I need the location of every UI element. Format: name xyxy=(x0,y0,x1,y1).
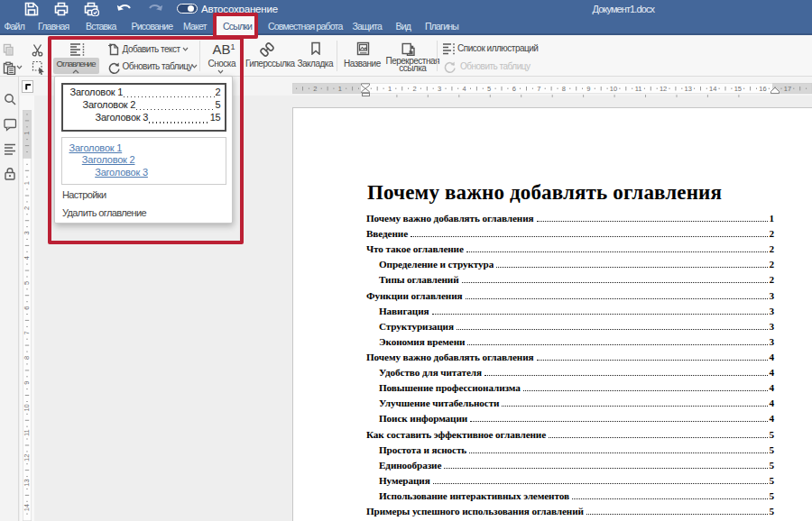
svg-text:1: 1 xyxy=(23,132,31,135)
svg-text:13: 13 xyxy=(23,479,31,486)
svg-text:12: 12 xyxy=(23,454,31,462)
svg-text:4: 4 xyxy=(463,85,466,93)
svg-text:16: 16 xyxy=(759,85,766,93)
svg-text:7: 7 xyxy=(537,85,540,93)
svg-text:12: 12 xyxy=(660,85,667,93)
svg-text:7: 7 xyxy=(23,331,31,334)
svg-text:4: 4 xyxy=(23,256,31,260)
svg-text:1: 1 xyxy=(23,181,31,185)
svg-text:10: 10 xyxy=(610,85,617,93)
svg-text:10: 10 xyxy=(23,404,31,411)
svg-text:2: 2 xyxy=(412,85,416,93)
svg-text:14: 14 xyxy=(23,504,31,511)
svg-text:15: 15 xyxy=(734,85,742,93)
svg-text:2: 2 xyxy=(23,206,31,210)
svg-text:8: 8 xyxy=(23,356,31,360)
svg-text:5: 5 xyxy=(487,85,491,93)
svg-text:9: 9 xyxy=(586,85,590,93)
svg-text:11: 11 xyxy=(635,85,642,93)
svg-text:1: 1 xyxy=(338,85,342,93)
svg-text:14: 14 xyxy=(709,85,716,93)
svg-text:3: 3 xyxy=(438,85,441,93)
svg-text:6: 6 xyxy=(512,85,516,93)
svg-text:3: 3 xyxy=(23,231,31,234)
svg-text:11: 11 xyxy=(23,429,31,436)
svg-text:1: 1 xyxy=(388,85,392,93)
svg-text:2: 2 xyxy=(313,85,317,93)
svg-text:5: 5 xyxy=(23,281,31,285)
svg-text:17: 17 xyxy=(784,85,791,93)
svg-text:9: 9 xyxy=(23,381,31,385)
svg-text:6: 6 xyxy=(23,306,31,310)
svg-text:8: 8 xyxy=(562,85,566,93)
svg-text:13: 13 xyxy=(685,85,692,93)
